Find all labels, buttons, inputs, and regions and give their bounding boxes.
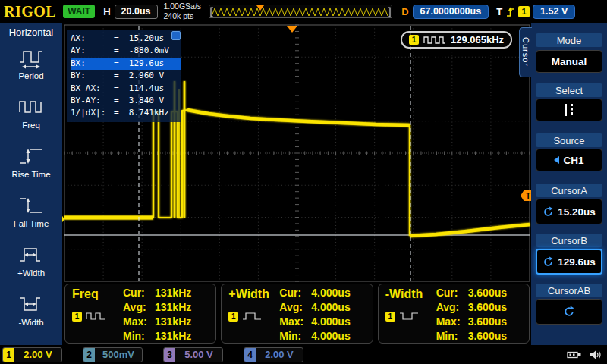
cursor-row-inv-dx: 1/|dX|:= 8.741kHz (71, 107, 181, 119)
channel-scale: 2.00 V (256, 348, 303, 362)
menu-item-label: Period (18, 71, 43, 81)
mode-value: Manual (552, 56, 587, 67)
menu-header-cursor-a: CursorA (536, 184, 602, 197)
top-bar: RIGOL WAIT H 20.0us 1.00GSa/s 240k pts D… (0, 0, 607, 23)
status-icons (567, 345, 602, 364)
fall-time-icon (18, 193, 44, 218)
measurement-values: Cur:131kHz Avg:131kHz Max:131kHz Min:131… (123, 286, 191, 343)
menu-item-label: Freq (22, 121, 40, 130)
acquisition-info: 1.00GSa/s 240k pts (164, 2, 202, 21)
acquisition-status-badge: WAIT (63, 5, 95, 18)
measurement-source: 1 (385, 310, 420, 322)
channel-badge: 1 (385, 312, 395, 322)
oscilloscope-screen: RIGOL WAIT H 20.0us 1.00GSa/s 240k pts D… (0, 0, 607, 364)
measurement-name: +Width (228, 287, 269, 301)
minus-width-wave-icon (398, 310, 420, 322)
rigol-logo: RIGOL (4, 3, 56, 20)
cursor-row-bx: BX:= 129.6us (71, 58, 181, 70)
channel-number: 1 (3, 348, 14, 362)
mode-button[interactable]: Manual (536, 50, 602, 73)
tab-cursor[interactable]: Cursor (519, 27, 532, 77)
measurement-values: Cur:3.600us Avg:3.600us Max:3.600us Min:… (436, 286, 507, 343)
channel-scale: 500mV (95, 348, 142, 362)
freq-icon (18, 94, 44, 120)
plus-width-wave-icon (241, 310, 263, 322)
menu-item-label: Rise Time (11, 170, 50, 180)
frequency-counter: 1 129.065kHz (401, 31, 512, 49)
cursor-readout-panel: AX:= 15.20us AY:= -880.0mV BX:= 129.6us … (67, 30, 181, 122)
channel-status-bar: 1 2.00 V 2 500mV 3 5.00 V 4 2.00 V (0, 345, 607, 364)
cursor-row-ay: AY:= -880.0mV (71, 45, 181, 57)
menu-item-label: -Width (18, 318, 43, 328)
measurement-source: 1 (72, 310, 106, 322)
menu-item-label: Fall Time (14, 219, 49, 229)
channel-4-block[interactable]: 4 2.00 V (244, 347, 304, 362)
measurement-values: Cur:4.000us Avg:4.000us Max:4.000us Min:… (279, 286, 350, 343)
knob-icon (563, 306, 575, 318)
left-menu-title: Horizontal (9, 27, 54, 38)
cursor-row-by-ay: BY-AY:= 3.840 V (71, 95, 181, 107)
rise-time-icon (18, 143, 44, 169)
channel-scale: 2.00 V (14, 348, 61, 362)
menu-item-period[interactable]: Period (0, 38, 62, 87)
measurement-area: Freq 1 Cur:131kHz Avg:131kHz Max:131kHz … (64, 284, 530, 344)
channel-number: 4 (244, 348, 256, 362)
plus-width-icon (18, 242, 44, 268)
measurement-source: 1 (228, 310, 263, 322)
trigger-delay-value: 67.0000000us (413, 5, 489, 19)
timebase-value: 20.0us (115, 5, 158, 19)
channel-badge: 1 (72, 312, 82, 322)
cursor-row-by: BY:= 2.960 V (71, 70, 181, 82)
waveform-position-bar[interactable] (209, 5, 392, 18)
menu-item-plus-width[interactable]: +Width (0, 235, 62, 284)
menu-item-fall-time[interactable]: Fall Time (0, 186, 62, 235)
window-right-bracket (388, 8, 390, 17)
menu-header-source: Source (536, 133, 602, 147)
source-value: CH1 (563, 155, 583, 166)
channel-badge: 1 (228, 312, 238, 322)
menu-item-freq[interactable]: Freq (0, 87, 62, 136)
channel-number: 2 (83, 348, 95, 362)
channel-3-block[interactable]: 3 5.00 V (163, 347, 223, 362)
measurement-panel-minus-width[interactable]: -Width 1 Cur:3.600us Avg:3.600us Max:3.6… (378, 284, 530, 344)
channel-number: 3 (164, 348, 175, 362)
measurement-panel-plus-width[interactable]: +Width 1 Cur:4.000us Avg:4.000us Max:4.0… (221, 284, 373, 344)
panel-drag-icon[interactable] (171, 31, 181, 40)
right-menu: Mode Manual Select Source CH1 CursorA 15… (531, 23, 607, 345)
menu-item-label: +Width (17, 268, 45, 278)
cursor-a-value: 15.20us (558, 206, 596, 218)
trigger-label: T (496, 6, 502, 17)
menu-header-select: Select (536, 83, 602, 97)
counter-frequency-value: 129.065kHz (451, 34, 504, 46)
select-button[interactable] (536, 99, 602, 121)
usb-icon (567, 350, 582, 360)
knob-icon (543, 206, 554, 218)
sample-rate: 1.00GSa/s (164, 2, 202, 11)
period-icon (18, 45, 44, 71)
trigger-source-badge: 1 (518, 6, 530, 17)
counter-channel-badge: 1 (409, 35, 419, 45)
horizontal-label: H (103, 6, 110, 17)
menu-item-minus-width[interactable]: -Width (0, 284, 62, 334)
measurement-panel-freq[interactable]: Freq 1 Cur:131kHz Avg:131kHz Max:131kHz … (64, 284, 216, 344)
left-menu: Horizontal Period Freq Rise Time (0, 23, 62, 345)
trigger-memory-marker (256, 5, 264, 11)
memory-depth: 240k pts (164, 11, 202, 21)
minus-width-icon (18, 291, 44, 317)
menu-item-rise-time[interactable]: Rise Time (0, 136, 62, 186)
channel-scale: 5.00 V (175, 348, 222, 362)
trigger-level-value: 1.52 V (533, 5, 575, 19)
cursor-ab-button[interactable] (536, 299, 602, 325)
menu-header-cursor-ab: CursorAB (536, 284, 602, 297)
cursor-b-button[interactable]: 129.6us (536, 249, 602, 275)
pulse-train-icon (423, 36, 446, 45)
channel-1-block[interactable]: 1 2.00 V (2, 347, 62, 362)
channel-2-block[interactable]: 2 500mV (83, 347, 143, 362)
knob-icon (543, 256, 554, 268)
freq-wave-icon (85, 310, 106, 322)
source-button[interactable]: CH1 (536, 149, 602, 171)
trigger-position-marker (287, 26, 297, 33)
cursor-a-button[interactable]: 15.20us (536, 199, 602, 224)
delay-label: D (401, 6, 408, 17)
menu-header-mode: Mode (536, 33, 602, 47)
